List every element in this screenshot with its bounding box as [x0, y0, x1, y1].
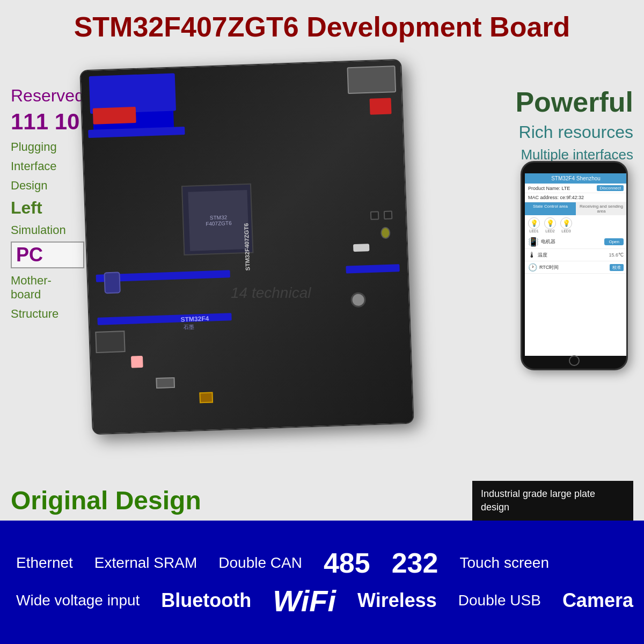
- reserved-label: Reserved: [11, 86, 84, 106]
- watermark-text: 14 technical: [231, 284, 311, 302]
- design-label: Design: [11, 179, 84, 193]
- motherboard-label: Mother-board: [11, 274, 84, 302]
- bottom-row-1: Ethernet External SRAM Double CAN 485 23…: [0, 547, 644, 579]
- board-image-area: STM32F407ZGT6 STM32F4 石墨 STM32F407ZGT6: [86, 64, 419, 440]
- page-title: STM32F407ZGT6 Development Board: [0, 11, 644, 43]
- industrial-grade-box: Industrial grade large plate design: [472, 481, 633, 521]
- 232-label: 232: [392, 547, 438, 579]
- phone-mac-row: MAC address: ce:9f:42:32: [525, 193, 627, 202]
- original-design-text: Original Design: [11, 486, 201, 515]
- rich-resources-label: Rich resources: [515, 122, 633, 142]
- camera-label: Camera: [562, 589, 633, 612]
- phone-app-header: STM32F4 Shenzhou: [525, 173, 627, 184]
- plugging-label: Plugging: [11, 140, 84, 154]
- phone-led-row: 💡 LED1 💡 LED2 💡 LED3: [525, 215, 627, 235]
- wireless-label: Wireless: [357, 589, 437, 612]
- double-can-label: Double CAN: [218, 554, 302, 572]
- external-sram-label: External SRAM: [94, 554, 197, 572]
- right-labels-container: Powerful Rich resources Multiple interfa…: [515, 86, 633, 163]
- phone-home-button: [569, 355, 580, 366]
- left-labels-container: Reserved 111 10 Plugging Interface Desig…: [11, 86, 84, 321]
- double-usb-label: Double USB: [458, 592, 541, 609]
- simulation-label: Simulation: [11, 223, 84, 237]
- pc-label: PC: [11, 241, 84, 268]
- phone-motor-row: 📳 电机器 Open: [525, 235, 627, 249]
- powerful-label: Powerful: [515, 86, 633, 118]
- phone-temp-row: 🌡 温度 15.6℃: [525, 249, 627, 261]
- phone-screen: STM32F4 Shenzhou Product Name: LTE Disco…: [525, 173, 627, 356]
- left-label: Left: [11, 198, 84, 218]
- wide-voltage-label: Wide voltage input: [16, 592, 140, 609]
- ethernet-label: Ethernet: [16, 554, 73, 572]
- phone-rtc-row: 🕐 RTC时间 校准: [525, 261, 627, 274]
- interface-label: Interface: [11, 159, 84, 173]
- bluetooth-label: Bluetooth: [161, 589, 251, 612]
- phone-tab-row: State Control area Receiving and sending…: [525, 202, 627, 215]
- touch-screen-label: Touch screen: [459, 554, 549, 572]
- bottom-row-2: Wide voltage input Bluetooth WiFi Wirele…: [0, 583, 644, 618]
- 485-label: 485: [324, 547, 370, 579]
- board-simulation: STM32F407ZGT6 STM32F4 石墨 STM32F407ZGT6: [79, 59, 414, 435]
- phone-mockup: STM32F4 Shenzhou Product Name: LTE Disco…: [521, 161, 628, 370]
- phone-product-row: Product Name: LTE Disconnect: [525, 184, 627, 193]
- bottom-banner: Ethernet External SRAM Double CAN 485 23…: [0, 521, 644, 644]
- wifi-label: WiFi: [273, 583, 336, 618]
- numbers-label: 111 10: [11, 109, 84, 135]
- structure-label: Structure: [11, 307, 84, 321]
